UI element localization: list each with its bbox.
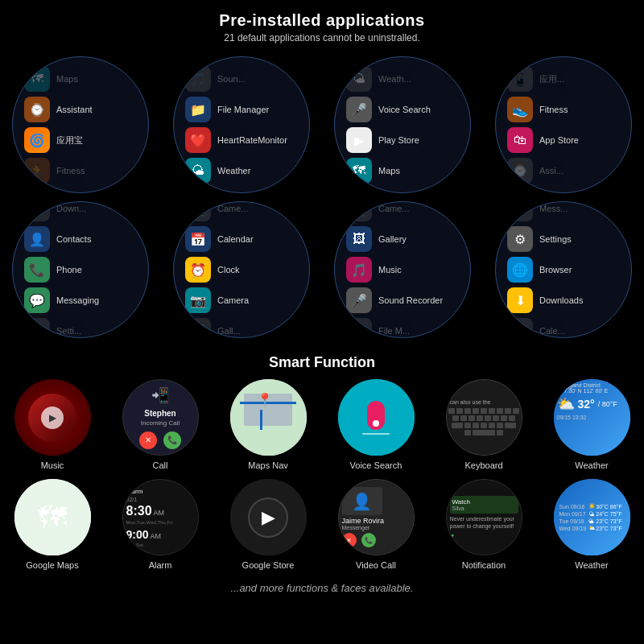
file-faded-icon: 📁 [346,318,372,338]
soundrecorder-icon: 🎤 [346,287,372,313]
footer-text: ...and more functions & faces available. [0,582,644,594]
app-sound-top: 🎵 Soun... [185,66,298,92]
app-yingyongbao: 🌀 应用宝 [24,127,137,153]
calendar-icon: 📅 [185,226,211,252]
app-appstore: 🛍 App Store [507,127,620,153]
settings-icon: ⚙ [507,226,533,252]
app-maps-top: 🗺 Maps [24,66,137,92]
smart-googlemaps-label: Google Maps [26,560,78,570]
clock-icon: ⏰ [185,257,211,283]
watch-cell-4: 📱 应用... 👟 Fitness 🛍 App Store ⌚ Assi... [483,48,644,201]
smart-notification-label: Notification [462,560,506,570]
smart-mapsnav-label: Maps Nav [248,460,288,470]
settings-faded-icon: ⚙ [24,318,50,338]
watch-cell-7: 📷 Came... 🖼 Gallery 🎵 Music 🎤 Sound Reco… [322,193,483,346]
smart-weather2: Sun 09/16☀️30°C 86°F Mon 09/17🌤24°C 75°F… [539,479,644,576]
gallery-icon: 🖼 [346,226,372,252]
mapsnav-screen: 📍 [230,379,307,456]
caller-name: Stephen [144,409,175,418]
watch-cell-3: 🌤 Weath... 🎤 Voice Search ▶ Play Store 🗺… [322,48,483,201]
yingyong-faded-icon: 📱 [507,66,533,92]
smart-call-label: Call [153,460,168,470]
googlemaps-screen: 🗺 [14,479,91,555]
smart-weather2-label: Weather [575,560,608,570]
app-asst-bot: ⌚ Assi... [507,158,620,184]
call-thumb: 📲 Stephen Incoming Call ✕ 📞 [122,379,199,456]
smart-music: ▶ Music [0,379,105,476]
weather-thumb: Longgand District 32'7.00' N 112' 60' E … [554,379,630,456]
accept-btn[interactable]: 📞 [163,431,181,449]
smart-notification: Watch Silva Never underestimate yourpowe… [431,479,536,576]
smart-keyboard-label: Keyboard [464,460,502,470]
maps2-icon: 🗺 [346,158,372,184]
smart-keyboard: can also use the Keyboard [431,379,536,476]
app-settings-bot: ⚙ Setti... [24,318,137,338]
app-weather-top: 🌤 Weath... [346,66,459,92]
app-voicesearch: 🎤 Voice Search [346,97,459,122]
app-playstore: ▶ Play Store [346,127,459,153]
smart-alarm: Alarm 02/1 8:30 AM Mon,Tue,Wed,Thu,Fri 9… [108,479,213,576]
music-thumb: ▶ [14,379,91,456]
app-weather: 🌤 Weather [185,158,298,184]
cam2-faded-icon: 📷 [346,201,372,221]
app-gallery: 🖼 Gallery [346,226,459,252]
app-messaging: 💬 Messaging [24,287,137,313]
app-music: 🎵 Music [346,257,459,283]
weather2-thumb: Sun 09/16☀️30°C 86°F Mon 09/17🌤24°C 75°F… [554,479,630,555]
camera-icon: 📷 [185,287,211,313]
alarm-thumb: Alarm 02/1 8:30 AM Mon,Tue,Wed,Thu,Fri 9… [122,479,199,555]
app-contacts: 👤 Contacts [24,226,137,252]
app-fitness2: 👟 Fitness [507,97,620,122]
reject-btn[interactable]: ✕ [139,431,157,449]
sound-icon: 🎵 [185,66,211,92]
app-calendar: 📅 Calendar [185,226,298,252]
smart-grid: ▶ Music 📲 Stephen Incoming Call ✕ 📞 [0,379,644,576]
smart-googlestore-label: Google Store [242,560,295,570]
voicesearch-icon: 🎤 [346,97,372,122]
down-faded-icon: ⬇ [24,201,50,221]
keyboard-thumb: can also use the [446,379,522,456]
app-soundrecorder: 🎤 Sound Recorder [346,287,459,313]
heartrate-icon: ❤️ [185,127,211,153]
browser-icon: 🌐 [507,257,533,283]
videocall-screen: 👤 Jaime Rovira Messenger ✕ 📞 [339,480,414,555]
googlestore-thumb: ▶ [230,479,307,555]
notification-thumb: Watch Silva Never underestimate yourpowe… [446,479,522,555]
alarm-screen: Alarm 02/1 8:30 AM Mon,Tue,Wed,Thu,Fri 9… [123,480,198,555]
smart-voicesearch-label: Voice Search [350,460,402,470]
phone-icon: 📞 [24,257,50,283]
app-browser: 🌐 Browser [507,257,620,283]
page-subtitle: 21 default applications cannot be uninst… [0,32,644,43]
watch-cell-5: ⬇ Down... 👤 Contacts 📞 Phone 💬 Messaging… [0,193,161,346]
call-status: Incoming Call [141,419,180,427]
smart-voicesearch: Voice Search [324,379,428,476]
page-title: Pre-installed applications [0,0,644,30]
app-assistant: ⌚ Assistant [24,97,137,122]
app-phone: 📞 Phone [24,257,137,283]
video-accept-btn[interactable]: 📞 [361,533,376,547]
weather-icon: 🌤 [185,158,211,184]
app-settings: ⚙ Settings [507,226,620,252]
filemanager-icon: 📁 [185,97,211,122]
messaging-icon: 💬 [24,287,50,313]
watch-cell-8: 💬 Mess... ⚙ Settings 🌐 Browser ⬇ Downloa… [483,193,644,346]
smart-alarm-label: Alarm [149,560,172,570]
mapsnav-thumb: 📍 [230,379,307,456]
music-icon: 🎵 [346,257,372,283]
video-reject-btn[interactable]: ✕ [342,533,357,547]
app-camera: 📷 Camera [185,287,298,313]
cal-faded-icon: 📅 [507,318,533,338]
smart-function-section: Smart Function ▶ Music 📲 Stephen Incomin… [0,354,644,576]
smart-weather-label: Weather [575,460,608,470]
app-fitness-top: 🏃 Fitness [24,158,137,184]
app-heartrate: ❤️ HeartRateMonitor [185,127,298,153]
app-downloads: ⬇ Downloads [507,287,620,313]
call-screen: 📲 Stephen Incoming Call ✕ 📞 [123,380,198,455]
yingyongbao-icon: 🌀 [24,127,50,153]
app-maps: 🗺 Maps [346,158,459,184]
play-button: ▶ [41,407,64,429]
asst-faded-icon: ⌚ [507,158,533,184]
watch-cell-2: 🎵 Soun... 📁 File Manager ❤️ HeartRateMon… [161,48,322,201]
weather-screen: Longgand District 32'7.00' N 112' 60' E … [554,379,630,456]
smart-weather: Longgand District 32'7.00' N 112' 60' E … [539,379,644,476]
